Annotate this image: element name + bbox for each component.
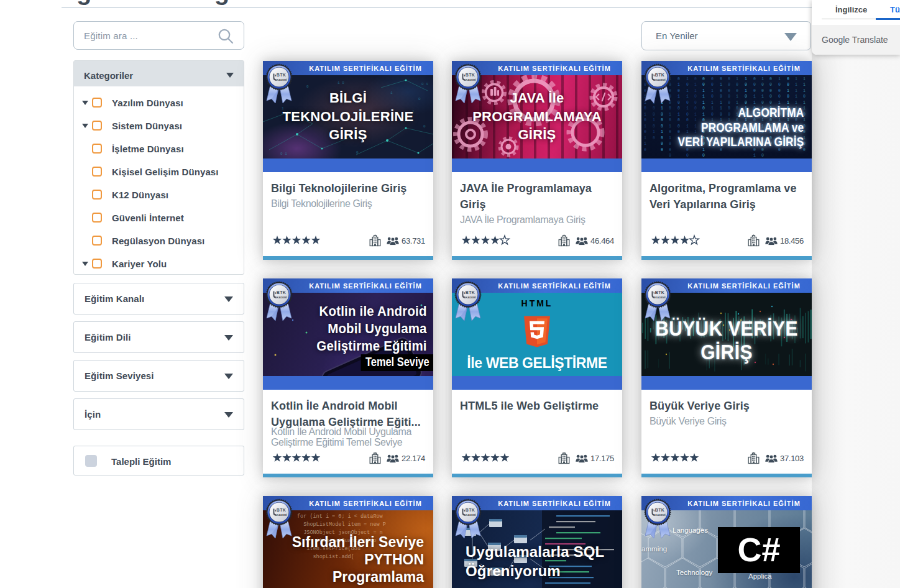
svg-text:BTK: BTK	[277, 508, 286, 512]
svg-text:0: 0	[356, 150, 359, 155]
svg-text:BTK: BTK	[466, 73, 475, 77]
svg-text:AKADEMİ: AKADEMİ	[464, 296, 476, 299]
svg-text:0: 0	[306, 85, 309, 89]
svg-text:AKADEMİ: AKADEMİ	[653, 296, 666, 299]
svg-text:AKADEMİ: AKADEMİ	[275, 296, 287, 299]
svg-text:BTK: BTK	[655, 508, 664, 512]
svg-text:AKADEMİ: AKADEMİ	[464, 513, 476, 517]
svg-text:BTK: BTK	[277, 73, 286, 77]
svg-text:AKADEMİ: AKADEMİ	[275, 78, 287, 81]
svg-text:BTK: BTK	[655, 290, 664, 295]
svg-text:0 1: 0 1	[280, 152, 287, 156]
svg-text:1 0: 1 0	[338, 81, 344, 85]
svg-text:0 1: 0 1	[421, 82, 428, 86]
svg-text:AKADEMİ: AKADEMİ	[653, 78, 666, 81]
svg-text:BTK: BTK	[277, 290, 286, 295]
svg-text:AKADEMİ: AKADEMİ	[464, 78, 476, 81]
svg-text:BTK: BTK	[655, 73, 664, 77]
svg-text:AKADEMİ: AKADEMİ	[275, 513, 287, 517]
svg-text:BTK: BTK	[466, 508, 475, 512]
svg-text:BTK: BTK	[466, 290, 475, 295]
svg-text:AKADEMİ: AKADEMİ	[653, 513, 666, 517]
